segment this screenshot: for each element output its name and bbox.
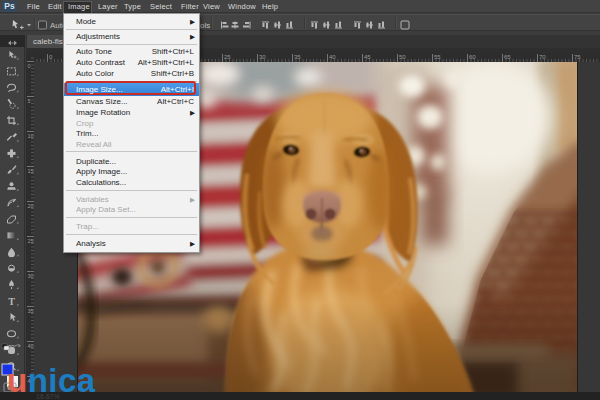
- svg-text:45: 45: [364, 54, 371, 60]
- svg-text:5: 5: [28, 98, 31, 104]
- svg-text:55: 55: [434, 54, 441, 60]
- svg-text:25: 25: [224, 54, 231, 60]
- svg-text:0: 0: [28, 63, 31, 69]
- svg-text:40: 40: [329, 54, 336, 60]
- svg-text:50: 50: [399, 54, 406, 60]
- svg-text:75: 75: [574, 54, 581, 60]
- svg-text:30: 30: [259, 54, 266, 60]
- svg-text:60: 60: [469, 54, 476, 60]
- svg-text:T: T: [8, 296, 15, 307]
- svg-text:10: 10: [28, 133, 34, 139]
- svg-text:70: 70: [539, 54, 546, 60]
- svg-text:30: 30: [28, 273, 34, 279]
- svg-text:40: 40: [28, 343, 34, 349]
- svg-text:65: 65: [504, 54, 511, 60]
- svg-text:25: 25: [28, 238, 34, 244]
- svg-text:15: 15: [28, 168, 34, 174]
- svg-text:35: 35: [294, 54, 301, 60]
- svg-text:20: 20: [28, 203, 34, 209]
- svg-text:ols: ols: [200, 21, 210, 30]
- svg-text:35: 35: [28, 308, 34, 314]
